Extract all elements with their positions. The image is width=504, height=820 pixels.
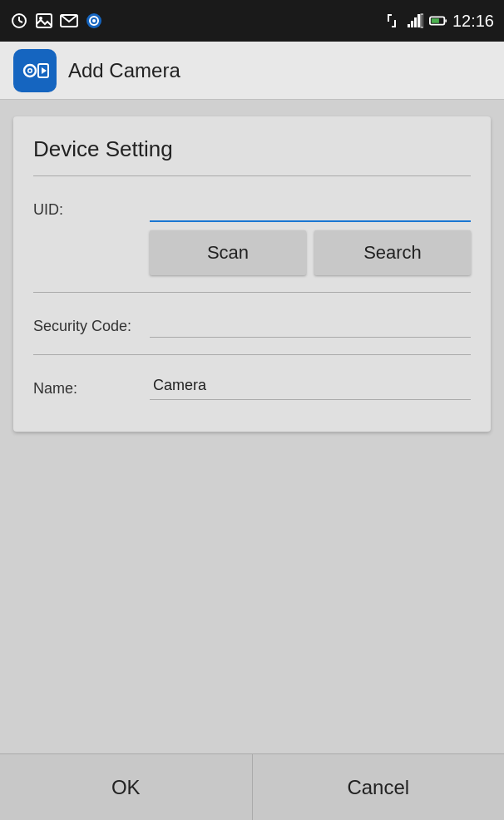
battery-icon xyxy=(429,12,447,30)
security-code-input-area xyxy=(150,309,471,338)
uid-button-row: Scan Search xyxy=(150,230,471,275)
clock-icon xyxy=(10,12,28,30)
status-bar: 12:16 xyxy=(0,0,504,42)
name-row: Name: xyxy=(33,372,471,400)
app-title: Add Camera xyxy=(68,59,180,82)
scan-button[interactable]: Scan xyxy=(150,230,306,275)
svg-rect-18 xyxy=(445,19,447,22)
uid-input[interactable] xyxy=(150,193,471,222)
main-content: Device Setting UID: Scan Search Security… xyxy=(0,100,504,753)
app-status-icon xyxy=(85,12,103,30)
bottom-bar: OK Cancel xyxy=(0,753,504,820)
uid-input-area: Scan Search xyxy=(150,193,471,275)
search-button[interactable]: Search xyxy=(314,230,471,275)
data-transfer-icon xyxy=(383,12,401,30)
section-divider-2 xyxy=(33,354,471,355)
svg-rect-13 xyxy=(414,17,417,27)
svg-line-2 xyxy=(19,21,22,22)
card-title: Device Setting xyxy=(33,136,471,162)
status-time: 12:16 xyxy=(452,12,494,31)
app-icon xyxy=(13,49,57,92)
svg-marker-23 xyxy=(42,67,47,74)
security-code-label: Security Code: xyxy=(33,309,150,335)
svg-rect-11 xyxy=(408,24,410,27)
status-bar-right: 12:16 xyxy=(383,12,494,31)
signal-icon xyxy=(406,12,424,30)
svg-rect-14 xyxy=(418,14,420,27)
name-label: Name: xyxy=(33,372,150,398)
svg-rect-15 xyxy=(421,14,423,27)
uid-label: UID: xyxy=(33,193,150,219)
svg-rect-17 xyxy=(432,18,439,23)
device-setting-card: Device Setting UID: Scan Search Security… xyxy=(13,116,491,432)
name-input[interactable] xyxy=(150,372,471,400)
svg-rect-12 xyxy=(411,21,413,27)
svg-point-8 xyxy=(92,19,96,22)
uid-row: UID: Scan Search xyxy=(33,193,471,275)
svg-point-21 xyxy=(29,69,32,72)
app-bar: Add Camera xyxy=(0,42,504,100)
name-input-area xyxy=(150,372,471,400)
email-icon xyxy=(60,12,78,30)
image-icon xyxy=(35,12,53,30)
security-code-row: Security Code: xyxy=(33,309,471,338)
security-code-input[interactable] xyxy=(150,309,471,338)
section-divider-1 xyxy=(33,292,471,293)
status-bar-left xyxy=(10,12,103,30)
card-divider-top xyxy=(33,175,471,176)
cancel-button[interactable]: Cancel xyxy=(253,754,505,820)
ok-button[interactable]: OK xyxy=(0,754,253,820)
